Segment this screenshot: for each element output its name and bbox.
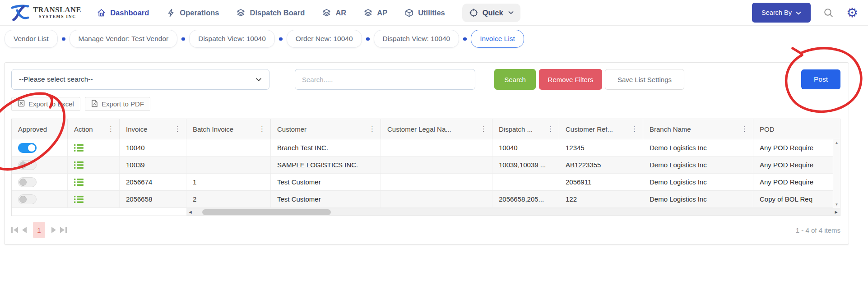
approved-toggle[interactable] [18,143,37,153]
column-menu-icon[interactable]: ⋮ [107,125,115,133]
action-list-icon[interactable] [74,161,84,169]
tab-separator-dot [181,37,185,41]
search-input[interactable] [295,69,475,90]
cell-customer: Branch Test INC. [271,139,381,156]
cell-batch-invoice: 1 [186,174,271,190]
cell-action [68,174,120,190]
tab-separator-dot [62,37,65,41]
tab-invoice-list[interactable]: Invoice List [471,30,524,48]
next-page-button[interactable] [51,224,56,236]
search-button[interactable]: Search [494,69,536,90]
nav-item-dashboard[interactable]: Dashboard [97,8,149,18]
tab-separator-dot [463,37,467,41]
filter-toolbar: --Please select search-- Search Remove F… [5,63,849,90]
logo-mark [10,4,30,22]
tab-dispatch-view-10040[interactable]: Dispatch View: 10040 [189,30,275,48]
column-menu-icon[interactable]: ⋮ [479,125,488,133]
approved-toggle[interactable] [18,160,37,170]
remove-filters-button[interactable]: Remove Filters [539,69,602,90]
column-menu-icon[interactable]: ⋮ [630,125,639,133]
header-customer[interactable]: Customer⋮ [271,119,381,139]
first-page-button[interactable] [11,224,18,236]
cell-approved [12,139,68,156]
pager-summary: 1 - 4 of 4 items [796,226,840,234]
export-to-pdf-button[interactable]: Export to PDF [85,97,150,111]
header-pod[interactable]: POD [753,119,840,139]
header-customer-legal-name[interactable]: Customer Legal Na...⋮ [381,119,492,139]
cell-invoice: 2056674 [120,174,186,190]
tab-dispatch-view-10040[interactable]: Dispatch View: 10040 [374,30,460,48]
nav-item-ar[interactable]: AR [322,8,346,18]
search-field-select-value: --Please select search-- [19,75,93,83]
header-branch-name[interactable]: Branch Name⋮ [643,119,753,139]
save-list-settings-button[interactable]: Save List Settings [605,69,684,90]
column-menu-icon[interactable]: ⋮ [740,125,749,133]
cell-action [68,156,120,173]
action-list-icon[interactable] [74,178,84,186]
target-icon [469,8,478,18]
header-customer-ref[interactable]: Customer Ref...⋮ [559,119,643,139]
cell-pod: Any POD Require [753,174,840,190]
nav-item-ap[interactable]: AP [363,8,387,18]
approved-toggle[interactable] [18,177,37,187]
chevron-down-icon [796,9,801,16]
open-tabs-strip: Vendor ListManage Vendor: Test VendorDis… [5,30,863,48]
table-row: 20566741Test Customer2056911Demo Logisti… [12,174,840,191]
tab-manage-vendor-test-vendor[interactable]: Manage Vendor: Test Vendor [70,30,178,48]
header-batch-invoice[interactable]: Batch Invoice⋮ [186,119,271,139]
cell-dispatch: 10039,10039 ... [492,156,559,173]
column-menu-icon[interactable]: ⋮ [546,125,555,133]
nav-item-operations[interactable]: Operations [166,8,219,18]
cell-dispatch: 10040 [492,139,559,156]
cell-approved [12,191,68,207]
previous-page-button[interactable] [22,224,27,236]
cell-branch-name: Demo Logistics Inc [643,174,753,190]
header-invoice[interactable]: Invoice⋮ [120,119,186,139]
nav-item-quick[interactable]: Quick [462,4,520,22]
cell-branch-name: Demo Logistics Inc [643,191,753,207]
current-page-button[interactable]: 1 [33,222,45,238]
column-menu-icon[interactable]: ⋮ [368,125,376,133]
cell-action [68,139,120,156]
tab-order-new-10040[interactable]: Order New: 10040 [287,30,362,48]
home-icon [97,8,106,18]
tab-vendor-list[interactable]: Vendor List [5,30,58,48]
search-icon[interactable] [823,7,834,18]
gear-icon[interactable]: ⚙ [846,6,858,19]
horizontal-scroll-thumb[interactable] [202,209,331,215]
header-action[interactable]: Action⋮ [68,119,120,139]
header-dispatch[interactable]: Dispatch ...⋮ [492,119,559,139]
tab-separator-dot [366,37,370,41]
cell-customer: Test Customer [271,174,381,190]
table-row: 20566582Test Customer2056658,205...122De… [12,191,840,208]
scroll-down-icon[interactable]: ▼ [835,202,839,207]
cell-invoice: 10040 [120,139,186,156]
header-approved[interactable]: Approved [12,119,68,139]
scroll-left-icon[interactable]: ◀ [186,208,194,216]
cell-customer-ref: 12345 [559,139,643,156]
column-menu-icon[interactable]: ⋮ [258,125,266,133]
column-menu-icon[interactable]: ⋮ [173,125,182,133]
action-list-icon[interactable] [74,195,84,203]
action-list-icon[interactable] [74,144,84,152]
cube-icon [404,8,414,18]
horizontal-scrollbar[interactable]: ◀ ▶ [186,208,840,216]
pagination-bar: 1 1 - 4 of 4 items [11,222,840,238]
layers-icon [363,8,373,18]
approved-toggle[interactable] [18,194,37,204]
post-button[interactable]: Post [801,69,840,89]
scroll-right-icon[interactable]: ▶ [832,208,840,216]
last-page-button[interactable] [60,224,67,236]
cell-customer-ref: 122 [559,191,643,207]
export-to-excel-button[interactable]: Export to Excel [11,97,80,111]
vertical-scrollbar[interactable]: ▲ ▼ [833,139,840,208]
brand-subtitle: SYSTEMS INC [39,15,81,19]
nav-item-utilities[interactable]: Utilities [404,8,445,18]
brand-name: TRANSLANE [33,6,81,14]
scroll-up-icon[interactable]: ▲ [835,141,839,145]
nav-item-dispatch-board[interactable]: Dispatch Board [236,8,305,18]
search-by-button[interactable]: Search By [752,3,811,23]
search-field-select[interactable]: --Please select search-- [11,69,269,90]
cell-pod: Any POD Require [753,156,840,173]
cell-branch-name: Demo Logistics Inc [643,139,753,156]
